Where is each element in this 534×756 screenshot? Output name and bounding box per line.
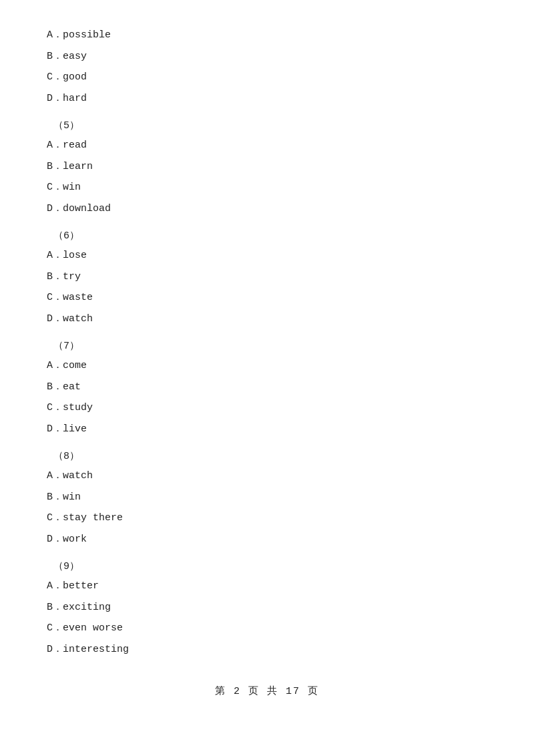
question-number-8: （8） [53,449,487,462]
page-footer: 第 2 页 共 17 页 [47,685,487,697]
option-4c: C．good [47,69,487,86]
option-6c: C．waste [47,289,487,307]
question-group-9: （9） A．better B．exciting C．even worse D．i… [47,560,487,658]
option-5a: A．read [47,137,487,154]
question-number-6: （6） [53,229,487,242]
option-4a: A．possible [47,27,487,44]
questions-container: A．possible B．easy C．good D．hard （5） A．re… [47,27,487,658]
question-number-9: （9） [53,560,487,572]
option-7c: C．study [47,399,487,417]
option-6b: B．try [47,268,487,286]
question-group-7: （7） A．come B．eat C．study D．live [47,339,487,437]
option-7d: D．live [47,421,487,438]
option-4b: B．easy [47,48,487,65]
question-number-5: （5） [53,119,487,132]
option-6a: A．lose [47,247,487,264]
option-8d: D．work [47,531,487,548]
option-9a: A．better [47,578,487,595]
option-8c: C．stay there [47,510,487,527]
option-9d: D．interesting [47,641,487,658]
question-group-8: （8） A．watch B．win C．stay there D．work [47,449,487,548]
option-4d: D．hard [47,90,487,108]
question-number-7: （7） [53,339,487,352]
option-9b: B．exciting [47,599,487,616]
option-7a: A．come [47,357,487,375]
option-5c: C．win [47,179,487,196]
question-group-5: （5） A．read B．learn C．win D．download [47,119,487,217]
option-5b: B．learn [47,158,487,176]
option-6d: D．watch [47,311,487,328]
option-5d: D．download [47,200,487,218]
option-8a: A．watch [47,467,487,485]
option-8b: B．win [47,489,487,506]
option-7b: B．eat [47,379,487,396]
question-group-4: A．possible B．easy C．good D．hard [47,27,487,107]
question-group-6: （6） A．lose B．try C．waste D．watch [47,229,487,327]
option-9c: C．even worse [47,620,487,637]
